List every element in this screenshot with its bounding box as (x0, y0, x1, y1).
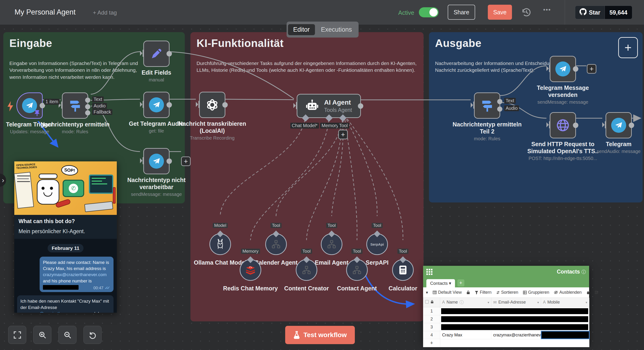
add-row[interactable]: + (423, 339, 589, 347)
active-toggle[interactable] (419, 7, 438, 17)
node-nachricht-transkribieren[interactable]: Nachricht transkribieren (LocalAI) Trans… (199, 92, 226, 118)
node-content-creator[interactable] (296, 259, 317, 281)
add-node-plus[interactable]: + (587, 64, 596, 74)
output-port[interactable] (629, 123, 634, 128)
output-audio[interactable] (85, 104, 90, 109)
output-port[interactable] (166, 102, 172, 108)
circle-caption: Redis Chat Memory (218, 285, 283, 292)
share-button[interactable]: Share (448, 5, 475, 20)
output-text[interactable] (85, 98, 90, 103)
serpapi-logo: SerpApi (370, 242, 384, 246)
tag-model: Model (213, 223, 228, 228)
add-table-button[interactable]: + (457, 280, 464, 286)
view-caret[interactable]: ▾ (426, 290, 428, 295)
sheet-title: Contacts (557, 268, 580, 275)
output-port[interactable] (222, 102, 228, 108)
group-button[interactable]: Gruppieren (523, 290, 549, 295)
select-all-header[interactable] (423, 298, 440, 307)
output-port[interactable] (573, 66, 578, 72)
github-star-widget[interactable]: Star 59,644 (575, 6, 632, 19)
node-caption: Telegram Message versenden sendMessage: … (524, 84, 602, 105)
output-port[interactable] (573, 123, 578, 128)
add-tool-plus[interactable]: + (338, 130, 348, 139)
node-caption: Edit Fields manual (118, 69, 195, 82)
email-link[interactable]: crazymax@crazierthanever.com (43, 272, 107, 277)
table-row[interactable]: 3 (423, 323, 589, 331)
table-row[interactable]: 2 (423, 315, 589, 323)
input-port (602, 121, 606, 129)
node-calender-agent[interactable] (265, 234, 287, 255)
switch-icon (68, 98, 82, 113)
add-node-plus[interactable]: + (181, 156, 191, 166)
wire-label-fallback: Fallback (92, 109, 112, 115)
node-edit-fields[interactable]: Edit Fields manual (143, 40, 170, 67)
node-telegram-message-versenden[interactable]: Telegram Message versenden sendMessage: … (550, 56, 576, 82)
node-ollama-chat-model[interactable] (210, 234, 231, 255)
tag-tool: Tool (326, 223, 337, 228)
node-nachrichtentyp-teil2[interactable]: Nachrichtentyp ermitteln Teil 2 mode: Ru… (474, 92, 500, 119)
hide-fields-button[interactable]: Ausblenden (554, 290, 582, 295)
chat-outgoing-message: Please add new contact: Name is Crazy Ma… (40, 257, 114, 292)
test-workflow-button[interactable]: Test workflow (285, 326, 355, 344)
grid-menu-icon[interactable] (426, 269, 432, 275)
column-header-email[interactable]: ✉Email-Adresse▾ (491, 298, 541, 307)
zoom-out-button[interactable] (58, 326, 76, 344)
telegram-icon (555, 62, 570, 76)
contacts-table: ANameⓘ▾ ✉Email-Adresse▾ AMobile▾ 1 2 3 4… (423, 298, 589, 347)
info-icon[interactable]: ⓘ (582, 270, 586, 274)
node-serpapi[interactable]: SerpApi (366, 234, 388, 255)
wire-label-text: Text (504, 98, 516, 104)
workflow-title[interactable]: My Personal Agent (14, 8, 76, 16)
default-view-button[interactable]: Default View (433, 290, 462, 295)
telegram-chat-overlay: OPEN-SOURCE TECHNOLOGIES SOP! ✆ What can… (14, 162, 117, 313)
cell-email[interactable]: crazymax@crazierthaneve... (491, 331, 541, 339)
cell-mobile-selected[interactable] (541, 331, 589, 339)
lock-icon[interactable] (466, 290, 470, 294)
node-send-http-request[interactable]: Send HTTP Request to Simulated OpenAI's … (550, 112, 576, 138)
email-link[interactable]: crazymax@crazierthannever.com (20, 311, 86, 313)
output-audio[interactable] (497, 106, 502, 112)
sort-button[interactable]: Sortieren (496, 290, 518, 295)
node-telegram-trigger[interactable]: Telegram Trigger Updates: message (16, 92, 43, 119)
node-email-agent[interactable] (321, 234, 342, 255)
tab-executions[interactable]: Executions (316, 24, 357, 35)
cell-name[interactable]: Crazy Max (440, 331, 491, 339)
history-icon[interactable] (521, 7, 532, 18)
sheet-tab-contacts[interactable]: Contacts ▾ (426, 279, 455, 287)
color-button[interactable] (586, 291, 590, 294)
cover-sop-bubble: SOP! (61, 165, 78, 176)
add-tag-button[interactable]: + Add tag (93, 10, 117, 16)
table-row[interactable]: 1 (423, 307, 589, 315)
node-contact-agent[interactable] (346, 259, 368, 281)
toggle-knob (430, 8, 438, 16)
select-all-checkbox[interactable] (425, 300, 429, 304)
node-nachrichtentyp-nicht-verarbeitbar[interactable]: Nachrichtentyp nicht verarbeitbar sendMe… (143, 148, 170, 174)
lock-icon (430, 300, 434, 304)
output-port[interactable] (166, 51, 172, 56)
zoom-in-button[interactable] (33, 326, 51, 344)
node-redis-chat-memory[interactable] (240, 259, 261, 281)
output-port[interactable] (358, 103, 363, 108)
output-fallback[interactable] (85, 110, 90, 116)
node-telegram-out[interactable]: Telegram sendAudio: message (606, 112, 632, 138)
redacted-row (440, 315, 589, 323)
more-menu-icon[interactable]: ••• (543, 6, 551, 13)
reset-zoom-button[interactable] (84, 326, 102, 344)
add-node-button[interactable]: + (618, 37, 638, 58)
row-height-button[interactable] (594, 291, 598, 294)
output-port[interactable] (166, 158, 172, 164)
redis-icon (245, 265, 256, 275)
node-nachrichtentyp-ermitteln[interactable]: Nachrichtentyp ermitteln mode: Rules (62, 92, 88, 119)
column-header-name[interactable]: ANameⓘ▾ (440, 298, 491, 307)
workflow-canvas[interactable]: Eingabe Eingabe von Informationen (Sprac… (0, 25, 644, 350)
save-button[interactable]: Save (488, 5, 512, 20)
column-header-mobile[interactable]: AMobile▾ (541, 298, 589, 307)
fit-view-button[interactable] (8, 326, 26, 344)
table-row[interactable]: 4 Crazy Max crazymax@crazierthaneve... (423, 331, 589, 339)
node-caption: Nachrichtentyp nicht verarbeitbar sendMe… (118, 176, 195, 197)
node-get-telegram-audio[interactable]: Get Telegram Audio get: file (143, 92, 170, 118)
tab-editor[interactable]: Editor (288, 24, 315, 35)
output-text[interactable] (497, 99, 502, 104)
node-calculator[interactable] (392, 259, 414, 281)
filter-button[interactable]: Filtern (475, 290, 492, 295)
